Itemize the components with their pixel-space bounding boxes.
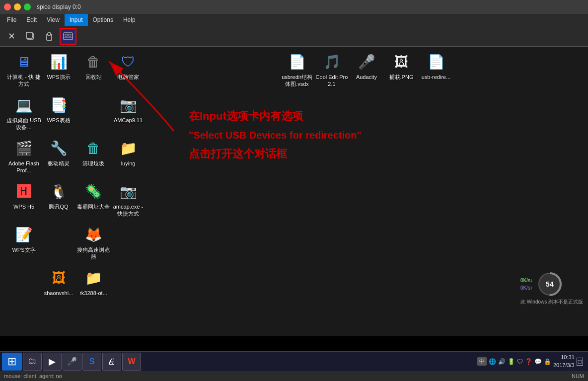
icon-audacity-label: Audacity — [356, 74, 377, 80]
icon-pcmanager[interactable]: 🛡电脑管家 — [110, 51, 146, 80]
icon-wps5[interactable]: 🅷WPS H5 — [6, 180, 42, 210]
menu-file[interactable]: File — [2, 14, 21, 26]
icon-amcap[interactable]: 📷AMCap9.11 — [110, 94, 146, 124]
icon-audacity-image: 🎤 — [356, 51, 377, 73]
usb-redirect-btn[interactable] — [60, 28, 76, 45]
icon-amcap-label: AMCap9.11 — [114, 117, 143, 124]
icon-wps-writer-label: WPS文字 — [12, 246, 35, 253]
tray-icon-4: 🛡 — [517, 358, 523, 365]
icon-usbredir2-label: usb-redire... — [422, 74, 451, 80]
icon-amcap-image: 📷 — [117, 94, 139, 116]
window-title: spice display 0:0 — [37, 3, 81, 10]
icon-sougou-image: 🦊 — [82, 224, 104, 245]
icon-wps-table[interactable]: 📑WPS表格 — [41, 94, 76, 124]
tray-icon-7: 🔒 — [544, 358, 551, 365]
upload-speed: 0K/s↑ — [520, 284, 533, 292]
icon-wps5-label: WPS H5 — [13, 203, 34, 210]
annotation-line2: "Select USB Devices for redirection" — [189, 126, 362, 144]
menu-view[interactable]: View — [42, 14, 65, 26]
close-toolbar-btn[interactable]: ✕ — [3, 28, 20, 45]
icon-sougou-label: 搜狗高速浏览器 — [76, 246, 111, 261]
icon-cleaner[interactable]: 🗑清理垃圾 — [75, 137, 111, 167]
ime-indicator[interactable]: 中 — [477, 357, 487, 366]
taskbar-sougou[interactable]: S — [82, 353, 101, 371]
icon-amcap2-image: 📷 — [117, 180, 139, 202]
icon-rk3288[interactable]: 📁rk3288-ot... — [75, 267, 111, 297]
icon-wps-show[interactable]: 📊WPS演示 — [41, 51, 76, 80]
taskbar-mic[interactable]: 🎤 — [63, 353, 81, 371]
icon-luying-label: luying — [121, 160, 136, 167]
icon-flash[interactable]: 🎬Adobe Flash Prof... — [6, 137, 42, 174]
icon-recycle[interactable]: 🗑回收站 — [75, 51, 111, 80]
icon-wps-table-label: WPS表格 — [47, 117, 70, 124]
icon-wps-writer[interactable]: 📝WPS文字 — [6, 224, 42, 253]
icon-vdesk-image: 💻 — [13, 94, 35, 116]
cpu-percent: 54 — [546, 279, 554, 290]
icon-cooledit-image: 🎵 — [321, 51, 343, 73]
netspeed-display: 0K/s↓ 0K/s↑ 54 此 Windows 副本不是正式版 — [520, 271, 583, 305]
icon-computer[interactable]: 🖥计算机 - 快 捷方式 — [6, 51, 42, 88]
icon-computer-image: 🖥 — [13, 51, 35, 73]
icon-usbredir[interactable]: 📄usbredir结构体图.vsdx — [279, 51, 315, 88]
taskbar-wps[interactable]: W — [122, 353, 141, 371]
minimize-btn[interactable] — [14, 3, 21, 10]
tray-icon-6: 💬 — [534, 358, 542, 365]
icon-driver[interactable]: 🔧驱动精灵 — [41, 137, 76, 167]
menu-edit[interactable]: Edit — [21, 14, 42, 26]
icon-recycle-label: 回收站 — [85, 74, 102, 80]
system-tray: 中 🌐 🔊 🔋 🛡 ❓ 💬 🔒 10:31 2017/3/3 □ — [477, 354, 586, 369]
icon-capture[interactable]: 🖼捕获.PNG — [383, 51, 419, 80]
icon-recycle-image: 🗑 — [82, 51, 104, 73]
tray-icon-2: 🔊 — [498, 358, 506, 365]
tray-icon-3: 🔋 — [508, 358, 515, 365]
paste-toolbar-btn[interactable] — [41, 28, 58, 45]
icon-capture-image: 🖼 — [390, 51, 412, 73]
icon-qq-label: 腾讯QQ — [49, 203, 68, 210]
icon-vdesk-label: 虚拟桌面 USB设备... — [6, 117, 41, 131]
menu-options[interactable]: Options — [88, 14, 118, 26]
tray-icon-1: 🌐 — [489, 358, 496, 365]
menu-input[interactable]: Input — [65, 14, 88, 26]
download-speed: 0K/s↓ — [520, 277, 533, 284]
svg-rect-3 — [48, 33, 51, 35]
icon-usbredir2[interactable]: 📄usb-redire... — [418, 51, 454, 80]
maximize-btn[interactable] — [24, 3, 31, 10]
icon-usbredir2-image: 📄 — [425, 51, 447, 73]
num-lock-indicator: NUM — [572, 373, 584, 379]
svg-rect-5 — [65, 34, 68, 36]
icon-wps5-image: 🅷 — [13, 180, 35, 202]
taskbar-printer[interactable]: 🖨 — [102, 353, 121, 371]
menu-help[interactable]: Help — [118, 14, 141, 26]
start-button[interactable]: ⊞ — [2, 353, 22, 371]
tray-notification[interactable]: □ — [577, 358, 583, 366]
icon-cleaner-image: 🗑 — [82, 137, 104, 159]
svg-rect-1 — [26, 32, 32, 38]
icon-sougou[interactable]: 🦊搜狗高速浏览器 — [75, 224, 111, 261]
icon-driver-label: 驱动精灵 — [48, 160, 70, 167]
icon-shaonvshi-image: 🖼 — [48, 267, 70, 289]
icon-antivirus[interactable]: 🦠毒霸网址大全 — [75, 180, 111, 210]
close-btn[interactable] — [4, 3, 11, 10]
icon-audacity[interactable]: 🎤Audacity — [349, 51, 384, 80]
icon-usbredir-image: 📄 — [286, 51, 308, 73]
icon-pcmanager-image: 🛡 — [117, 51, 139, 73]
taskbar: ⊞ 🗂 ▶ 🎤 S 🖨 W 中 🌐 🔊 🔋 🛡 ❓ 💬 🔒 10:31 2017… — [0, 351, 588, 371]
icon-computer-label: 计算机 - 快 捷方式 — [6, 74, 41, 88]
icon-vdesk[interactable]: 💻虚拟桌面 USB设备... — [6, 94, 42, 131]
copy-toolbar-btn[interactable] — [22, 28, 39, 45]
icon-qq[interactable]: 🐧腾讯QQ — [41, 180, 76, 210]
icon-amcap2[interactable]: 📷amcap.exe - 快捷方式 — [110, 180, 146, 218]
menubar: File Edit View Input Options Help — [0, 14, 588, 26]
icon-amcap2-label: amcap.exe - 快捷方式 — [111, 203, 146, 218]
icon-cooledit[interactable]: 🎵Cool Edit Pro 2.1 — [314, 51, 350, 88]
icon-luying-image: 📁 — [117, 137, 139, 159]
titlebar: spice display 0:0 — [0, 0, 588, 14]
icon-luying[interactable]: 📁luying — [110, 137, 146, 167]
icon-cleaner-label: 清理垃圾 — [82, 160, 104, 167]
annotation-line1: 在Input选项卡内有选项 — [189, 106, 362, 126]
annotation-line3: 点击打开这个对话框 — [189, 144, 362, 164]
icon-shaonvshi[interactable]: 🖼shaonvshi... — [41, 267, 76, 297]
icon-capture-label: 捕获.PNG — [389, 74, 414, 80]
taskbar-explorer[interactable]: 🗂 — [23, 353, 42, 371]
taskbar-media[interactable]: ▶ — [43, 353, 62, 371]
